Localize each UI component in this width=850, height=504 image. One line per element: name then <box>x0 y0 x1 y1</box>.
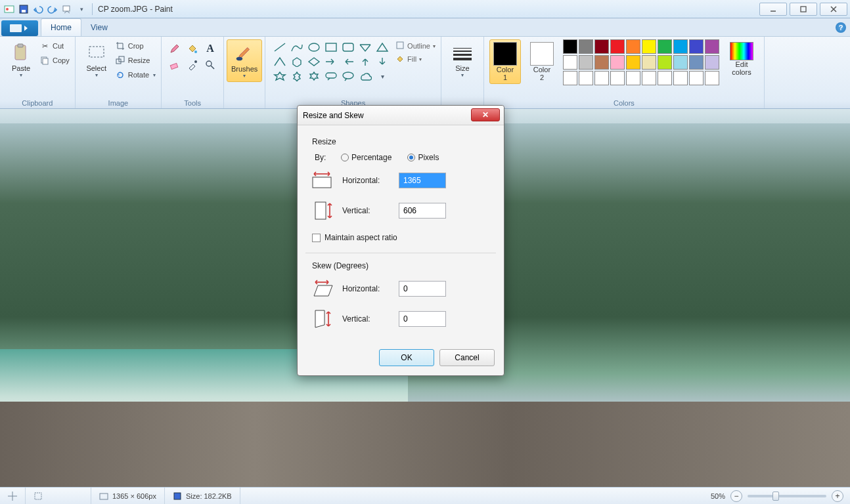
palette-swatch[interactable] <box>579 39 593 54</box>
text-tool[interactable]: A <box>202 41 218 56</box>
undo-icon[interactable] <box>33 4 43 14</box>
shapes-gallery[interactable]: ▾ <box>271 39 391 84</box>
paste-label: Paste <box>12 64 30 72</box>
qat-dropdown-icon[interactable] <box>62 4 72 14</box>
palette-swatch[interactable] <box>673 71 688 85</box>
svg-point-22 <box>309 43 319 51</box>
palette-swatch[interactable] <box>689 55 704 70</box>
ribbon: Paste▾ ✂Cut Copy Clipboard Select▾ Crop … <box>0 37 850 109</box>
cancel-button[interactable]: Cancel <box>439 349 495 366</box>
palette-swatch[interactable] <box>642 71 656 85</box>
edit-colors-button[interactable]: Edit colors <box>725 39 759 79</box>
cut-icon: ✂ <box>39 41 50 51</box>
rotate-button[interactable]: Rotate▾ <box>115 68 156 81</box>
size-button[interactable]: Size▾ <box>447 39 478 81</box>
file-size: Size: 182.2KB <box>165 488 240 504</box>
palette-swatch[interactable] <box>658 71 672 85</box>
radio-percentage[interactable]: Percentage <box>341 153 391 162</box>
resize-vertical-input[interactable] <box>399 203 446 219</box>
palette-swatch[interactable] <box>610 55 625 70</box>
palette-swatch[interactable] <box>626 55 640 70</box>
outline-button[interactable]: Outline ▾ <box>395 41 436 51</box>
svg-rect-37 <box>100 494 108 499</box>
magnifier-tool[interactable] <box>202 58 218 72</box>
zoom-out-button[interactable]: − <box>730 490 742 502</box>
minimize-button[interactable] <box>759 3 787 16</box>
pencil-tool[interactable] <box>167 41 183 56</box>
color1-well <box>493 42 517 66</box>
palette-swatch[interactable] <box>594 55 609 70</box>
palette-swatch[interactable] <box>594 39 609 54</box>
svg-rect-38 <box>174 493 181 499</box>
fill-tool[interactable] <box>185 41 200 56</box>
color2-button[interactable]: Color 2 <box>526 39 558 84</box>
dialog-close-button[interactable]: ✕ <box>471 108 500 121</box>
palette-swatch[interactable] <box>642 55 656 70</box>
by-label: By: <box>315 153 341 162</box>
qat-customize-icon[interactable]: ▾ <box>76 4 87 14</box>
skew-section-label: Skew (Degrees) <box>312 261 493 270</box>
palette-swatch[interactable] <box>705 71 719 85</box>
maintain-aspect-checkbox[interactable]: Maintain aspect ratio <box>312 233 397 242</box>
palette-swatch[interactable] <box>563 55 577 70</box>
shapes-more-icon[interactable]: ▾ <box>374 70 390 83</box>
svg-point-26 <box>343 72 353 79</box>
radio-pixels[interactable]: Pixels <box>407 153 439 162</box>
status-spacer <box>240 488 704 504</box>
redo-icon[interactable] <box>47 4 58 14</box>
zoom-slider[interactable] <box>748 495 826 497</box>
image-rocks <box>0 402 850 487</box>
maximize-button[interactable] <box>790 3 817 16</box>
copy-button[interactable]: Copy <box>39 54 70 67</box>
group-label-colors: Colors <box>614 98 635 107</box>
brushes-button[interactable]: Brushes▾ <box>227 39 262 82</box>
palette-swatch[interactable] <box>705 39 719 54</box>
zoom-thumb[interactable] <box>772 492 779 501</box>
svg-rect-36 <box>35 493 41 499</box>
help-icon[interactable]: ? <box>836 22 846 33</box>
fill-button[interactable]: Fill ▾ <box>395 54 436 64</box>
palette-swatch[interactable] <box>658 39 672 54</box>
resize-horizontal-icon <box>308 169 336 192</box>
skew-horizontal-input[interactable] <box>399 281 446 297</box>
palette-swatch[interactable] <box>563 39 577 54</box>
group-shapes: ▾ Outline ▾ Fill ▾ Shapes <box>265 37 441 108</box>
file-menu-button[interactable] <box>1 20 38 36</box>
resize-button[interactable]: Resize <box>115 54 156 67</box>
tab-home[interactable]: Home <box>41 18 81 36</box>
palette-swatch[interactable] <box>579 55 593 70</box>
palette-swatch[interactable] <box>579 71 593 85</box>
close-button[interactable] <box>820 3 847 16</box>
skew-vertical-input[interactable] <box>399 311 446 327</box>
palette-swatch[interactable] <box>705 55 719 70</box>
palette-swatch[interactable] <box>658 55 672 70</box>
color-palette[interactable] <box>563 39 719 85</box>
skew-h-label: Horizontal: <box>342 284 399 293</box>
cut-button[interactable]: ✂Cut <box>39 39 70 52</box>
palette-swatch[interactable] <box>626 71 640 85</box>
resize-horizontal-input[interactable] <box>399 173 446 188</box>
tab-view[interactable]: View <box>81 18 117 36</box>
title-separator <box>92 3 93 15</box>
palette-swatch[interactable] <box>594 71 609 85</box>
palette-swatch[interactable] <box>673 39 688 54</box>
palette-swatch[interactable] <box>610 39 625 54</box>
paste-button[interactable]: Paste▾ <box>5 39 37 81</box>
crop-button[interactable]: Crop <box>115 39 156 52</box>
palette-swatch[interactable] <box>673 55 688 70</box>
svg-point-15 <box>194 51 197 53</box>
zoom-in-button[interactable]: + <box>832 490 843 502</box>
save-icon[interactable] <box>18 4 29 14</box>
select-button[interactable]: Select▾ <box>81 39 112 81</box>
dialog-titlebar[interactable]: Resize and Skew ✕ <box>298 106 504 125</box>
palette-swatch[interactable] <box>563 71 577 85</box>
palette-swatch[interactable] <box>610 71 625 85</box>
color1-button[interactable]: Color 1 <box>489 39 521 84</box>
palette-swatch[interactable] <box>689 39 704 54</box>
ok-button[interactable]: OK <box>379 349 434 366</box>
picker-tool[interactable] <box>185 58 200 72</box>
eraser-tool[interactable] <box>167 58 183 72</box>
palette-swatch[interactable] <box>642 39 656 54</box>
palette-swatch[interactable] <box>689 71 704 85</box>
palette-swatch[interactable] <box>626 39 640 54</box>
